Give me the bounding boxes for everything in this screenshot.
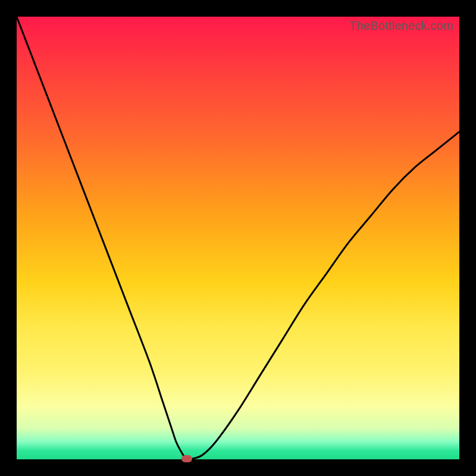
chart-frame: TheBottleneck.com [0, 0, 476, 476]
optimum-marker [181, 455, 192, 462]
plot-area: TheBottleneck.com [17, 17, 459, 459]
bottleneck-curve [17, 17, 459, 459]
